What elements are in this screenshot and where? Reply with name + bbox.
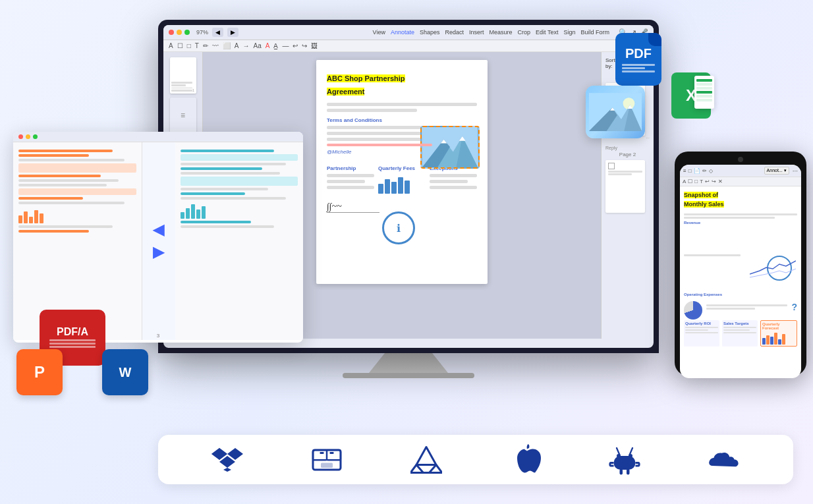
page-2-thumbnail[interactable] [605, 160, 645, 213]
stamp-icon: ℹ [397, 222, 401, 235]
bar-1 [378, 184, 383, 194]
tab-menu-icon[interactable]: ≡ [683, 168, 687, 174]
arrow-right-icon: ▶ [153, 244, 164, 261]
menu-annotate[interactable]: Annotate [391, 29, 414, 36]
doc-line-gray-r4 [181, 197, 287, 200]
arrow-left-icon: ◀ [153, 221, 164, 238]
right-bar-chart [181, 202, 298, 219]
webdav-icon[interactable] [311, 444, 343, 476]
android-icon[interactable] [609, 444, 640, 476]
bar-r-1 [181, 212, 184, 219]
menu-crop[interactable]: Crop [518, 29, 531, 36]
forecast-bar-2 [766, 335, 770, 345]
doc-line-gray-1 [18, 159, 125, 161]
ann-text2-icon[interactable]: A [235, 42, 239, 49]
tablet-revenue-chart [684, 254, 797, 291]
comparison-titlebar [13, 132, 303, 142]
onedrive-icon[interactable] [708, 444, 740, 476]
tablet-roi-table: Quarterly ROI [684, 320, 719, 347]
bar-l-5 [40, 213, 43, 223]
tablet-targets-table: Sales Targets [722, 320, 758, 347]
menu-buildfrom[interactable]: Build Form [580, 29, 609, 36]
doc-line-gray-2 [18, 179, 119, 182]
excel-icon-lines [694, 76, 714, 109]
apple-icon[interactable] [509, 444, 541, 476]
ann-textsize-icon[interactable]: Aa [254, 42, 262, 49]
tab-more-icon[interactable]: ··· [793, 167, 798, 175]
page-thumbnail-1[interactable]: 1 [170, 57, 196, 94]
doc-line-orange-3 [18, 175, 101, 177]
ann-text-icon[interactable]: A [169, 42, 173, 49]
tab-page-icon[interactable]: □ [688, 168, 692, 174]
pdf-body-line-2 [327, 109, 417, 112]
tab-ann-3[interactable]: □ [694, 179, 698, 184]
doc-line-gray-3 [18, 184, 107, 186]
ann-type-icon[interactable]: T [195, 42, 199, 49]
ann-image-icon[interactable]: 🖼 [311, 42, 318, 49]
tab-ann-1[interactable]: A [683, 179, 686, 184]
pdf-col-fees: Quarterly Fees [378, 160, 426, 194]
menu-redact[interactable]: Redact [445, 29, 464, 36]
pdf-icon-label: PDF [625, 46, 652, 61]
ann-shape-icon[interactable]: □ [187, 42, 191, 49]
ann-arrow-icon[interactable]: → [243, 42, 250, 49]
doc-line-gray-4 [18, 202, 125, 204]
menu-insert[interactable]: Insert [469, 29, 484, 36]
doc-line-orange-5 [18, 230, 89, 233]
bar-r-3 [191, 204, 195, 219]
dropbox-icon[interactable] [211, 444, 243, 476]
doc-block-cyan-1 [181, 154, 298, 161]
menu-sign[interactable]: Sign [563, 29, 575, 36]
pdf-col-partnership: Partnership [327, 160, 374, 194]
ppt-label: P [34, 363, 45, 381]
menu-measure[interactable]: Measure [490, 29, 513, 36]
page-checkbox-2[interactable] [608, 163, 615, 169]
nav-back-btn[interactable]: ◀ [212, 28, 223, 37]
tab-pen-icon[interactable]: ✏ [702, 168, 707, 174]
ann-undo-icon[interactable]: ↩ [293, 42, 298, 49]
monitor-base [343, 373, 474, 378]
ann-line-icon[interactable]: — [282, 42, 289, 49]
ann-underline-icon[interactable]: A̲ [273, 42, 278, 49]
doc-line-cyan-2 [181, 167, 263, 170]
monitor-stand [369, 353, 448, 373]
doc-line-orange-1 [18, 150, 113, 152]
ann-redo-icon[interactable]: ↪ [302, 42, 307, 49]
pdf-file-icon: PDF [615, 33, 668, 92]
tab-markup-icon[interactable]: ◇ [709, 168, 713, 174]
pdf-title-area: ABC Shop Partnership Agreement [327, 72, 477, 98]
doc-line-gray-5 [18, 225, 113, 228]
tab-ann-4[interactable]: T [700, 179, 703, 184]
page-thumbnail-icon[interactable]: ≡ [170, 98, 196, 134]
tablet-forecast-label: Quarterly Forecast [762, 322, 795, 330]
pdf-signature: ∫∫~~ [327, 202, 379, 213]
doc-line-gray-r2 [181, 172, 281, 175]
ann-pen-icon[interactable]: ✏ [203, 42, 208, 49]
tab-redo-icon[interactable]: ↪ [712, 179, 716, 184]
nav-forward-btn[interactable]: ▶ [227, 28, 238, 37]
forecast-bar-4 [774, 333, 777, 345]
bar-r-4 [196, 210, 200, 219]
ann-stamp-icon[interactable]: ⬜ [223, 42, 231, 49]
menu-shapes[interactable]: Shapes [420, 29, 440, 36]
tablet-operating-section: ? [684, 298, 797, 316]
ann-highlight-icon[interactable]: ☐ [177, 42, 183, 49]
tab-undo-icon[interactable]: ↩ [705, 179, 710, 184]
doc-block-cyan-2 [181, 177, 298, 186]
menu-edittext[interactable]: Edit Text [536, 29, 558, 36]
page-2-section: Page 2 [605, 152, 650, 213]
tab-close-icon[interactable]: ✕ [718, 179, 723, 184]
doc-panel-right [175, 142, 304, 340]
reply-area: Reply [605, 146, 650, 150]
menu-view[interactable]: View [373, 29, 385, 36]
svg-marker-25 [416, 447, 436, 464]
ann-color-icon[interactable]: A [266, 42, 270, 49]
tab-ann-2[interactable]: ☐ [688, 179, 692, 184]
google-drive-icon[interactable] [410, 444, 442, 476]
tab-doc-icon[interactable]: 📄 [694, 168, 700, 174]
pdf-title: ABC Shop Partnership [327, 74, 405, 82]
pdf-squiggle-area [327, 144, 477, 146]
tab-annot-dropdown[interactable]: Annot... ▾ [764, 167, 789, 175]
ann-marker-icon[interactable]: 〰 [212, 42, 219, 49]
bar-l-4 [34, 210, 38, 223]
